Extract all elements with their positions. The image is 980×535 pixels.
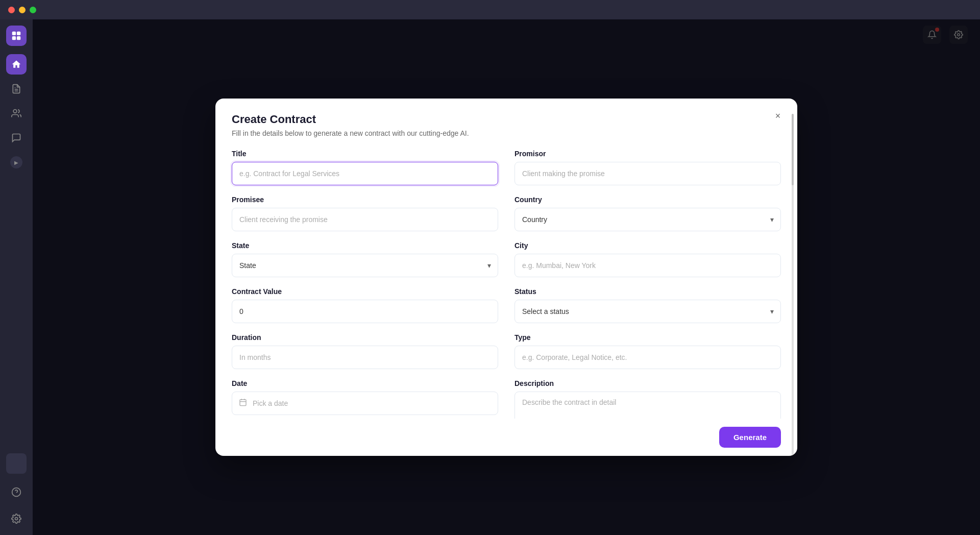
state-group: State State ▾ — [232, 241, 498, 277]
sidebar-item-users[interactable] — [6, 103, 27, 124]
modal-footer: Generate — [215, 419, 797, 456]
form-row-1: Title Promisor — [232, 150, 781, 185]
status-select-wrapper: Select a status ▾ — [514, 300, 781, 323]
state-label: State — [232, 241, 498, 250]
country-label: Country — [514, 196, 781, 204]
sidebar-item-home[interactable] — [6, 54, 27, 75]
type-input[interactable] — [514, 346, 781, 369]
form-row-2: Promisee Country Country ▾ — [232, 196, 781, 231]
minimize-dot[interactable] — [19, 7, 26, 13]
sidebar-item-settings[interactable] — [6, 508, 27, 529]
svg-rect-11 — [240, 400, 246, 406]
country-select[interactable]: Country — [514, 208, 781, 231]
date-input[interactable] — [232, 392, 498, 415]
promisor-group: Promisor — [514, 150, 781, 185]
app: ▶ — [0, 19, 980, 535]
modal-scrollbar[interactable] — [791, 99, 794, 456]
svg-point-9 — [15, 518, 18, 520]
window-chrome — [0, 0, 980, 19]
date-group: Date — [232, 379, 498, 419]
type-group: Type — [514, 333, 781, 369]
city-input[interactable] — [514, 254, 781, 277]
country-group: Country Country ▾ — [514, 196, 781, 231]
status-group: Status Select a status ▾ — [514, 287, 781, 323]
contract-value-label: Contract Value — [232, 287, 498, 296]
form-row-5: Duration Type — [232, 333, 781, 369]
main-content: Create Contract Fill in the details belo… — [33, 19, 980, 535]
modal-body: Title Promisor Promisee — [215, 137, 797, 419]
description-label: Description — [514, 379, 781, 387]
form-row-4: Contract Value Status Select a status ▾ — [232, 287, 781, 323]
modal-overlay[interactable]: Create Contract Fill in the details belo… — [33, 19, 980, 535]
duration-input[interactable] — [232, 346, 498, 369]
sidebar-purple-block-1 — [6, 453, 27, 474]
status-label: Status — [514, 287, 781, 296]
close-dot[interactable] — [8, 7, 15, 13]
city-group: City — [514, 241, 781, 277]
state-select-wrapper: State ▾ — [232, 254, 498, 277]
status-select[interactable]: Select a status — [514, 300, 781, 323]
form-row-6: Date — [232, 379, 781, 419]
svg-rect-1 — [17, 32, 20, 35]
promisee-label: Promisee — [232, 196, 498, 204]
calendar-icon — [239, 398, 247, 408]
modal-header: Create Contract Fill in the details belo… — [215, 99, 797, 137]
svg-rect-0 — [12, 32, 16, 35]
contract-value-group: Contract Value — [232, 287, 498, 323]
modal-subtitle: Fill in the details below to generate a … — [232, 129, 781, 137]
contract-value-input[interactable] — [232, 300, 498, 323]
sidebar-item-chat[interactable] — [6, 128, 27, 148]
title-group: Title — [232, 150, 498, 185]
sidebar-item-document[interactable] — [6, 79, 27, 99]
promisor-label: Promisor — [514, 150, 781, 158]
description-group: Description — [514, 379, 781, 419]
sidebar-logo[interactable] — [6, 26, 27, 46]
date-input-wrapper — [232, 392, 498, 415]
svg-point-6 — [13, 110, 17, 113]
city-label: City — [514, 241, 781, 250]
collapse-button[interactable]: ▶ — [10, 156, 22, 168]
modal-close-button[interactable]: × — [771, 109, 785, 123]
svg-rect-2 — [12, 36, 16, 40]
description-textarea[interactable] — [514, 392, 781, 419]
date-label: Date — [232, 379, 498, 387]
duration-group: Duration — [232, 333, 498, 369]
duration-label: Duration — [232, 333, 498, 342]
form-row-3: State State ▾ City — [232, 241, 781, 277]
promisee-input[interactable] — [232, 208, 498, 231]
title-input[interactable] — [232, 162, 498, 185]
generate-button[interactable]: Generate — [719, 427, 781, 448]
country-select-wrapper: Country ▾ — [514, 208, 781, 231]
modal-title: Create Contract — [232, 113, 781, 126]
sidebar-bottom — [6, 453, 27, 529]
maximize-dot[interactable] — [30, 7, 36, 13]
type-label: Type — [514, 333, 781, 342]
sidebar-item-support[interactable] — [6, 482, 27, 502]
promisor-input[interactable] — [514, 162, 781, 185]
sidebar: ▶ — [0, 19, 33, 535]
state-select[interactable]: State — [232, 254, 498, 277]
svg-rect-3 — [17, 36, 20, 40]
create-contract-modal: Create Contract Fill in the details belo… — [215, 99, 797, 456]
promisee-group: Promisee — [232, 196, 498, 231]
title-label: Title — [232, 150, 498, 158]
